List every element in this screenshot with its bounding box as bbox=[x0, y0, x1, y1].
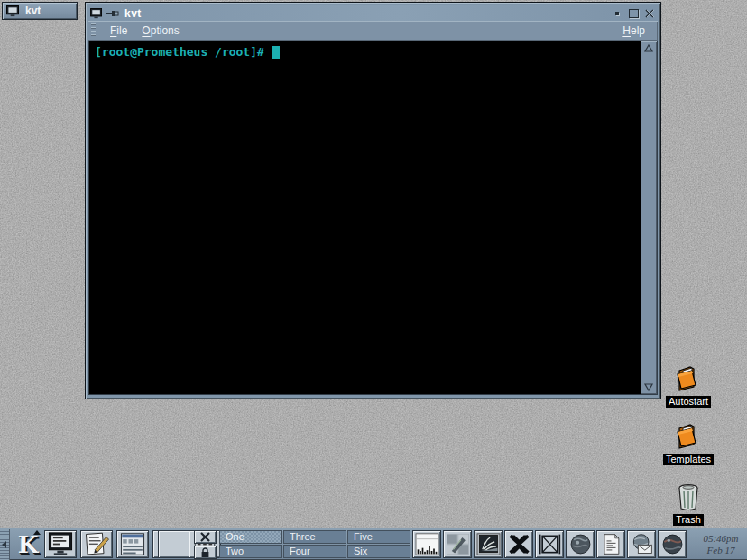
pushpin-icon bbox=[106, 9, 119, 18]
terminal-icon bbox=[47, 532, 74, 556]
kde-panel: K bbox=[0, 528, 747, 560]
desktop-icon-autostart[interactable]: Autostart bbox=[659, 363, 718, 408]
terminal-area: [root@Prometheus /root]# bbox=[88, 41, 658, 395]
terminal-scrollbar[interactable] bbox=[641, 41, 657, 394]
x11-icon bbox=[507, 533, 531, 555]
dark-globe-icon bbox=[568, 533, 593, 555]
launcher-terminal[interactable] bbox=[44, 530, 77, 558]
text-editor-icon bbox=[83, 532, 110, 556]
desktop-pager: One Two Three Four Five Six bbox=[219, 530, 411, 559]
image-viewer-icon bbox=[476, 533, 501, 555]
frame-icon bbox=[538, 533, 562, 555]
close-icon bbox=[645, 9, 654, 18]
terminal-cursor bbox=[272, 46, 280, 59]
menubar: File Options Help bbox=[88, 21, 658, 41]
pager-desktop-one[interactable]: One bbox=[219, 530, 282, 544]
pager-desktop-two[interactable]: Two bbox=[219, 545, 282, 558]
folder-icon bbox=[672, 363, 705, 394]
terminal-screen[interactable]: [root@Prometheus /root]# bbox=[89, 41, 641, 394]
launcher-mail-globe[interactable] bbox=[627, 530, 656, 558]
titlebar[interactable]: kvt bbox=[88, 5, 658, 21]
world-icon bbox=[660, 533, 685, 555]
taskbar-window-button[interactable]: kvt bbox=[2, 2, 78, 20]
clock-time: 05:46pm bbox=[703, 533, 738, 545]
logout-button[interactable] bbox=[194, 530, 217, 544]
launcher-frame-app[interactable] bbox=[535, 530, 564, 558]
menu-help[interactable]: Help bbox=[615, 24, 652, 37]
launcher-image-viewer[interactable] bbox=[474, 530, 503, 558]
desktop-icon-trash[interactable]: Trash bbox=[659, 482, 718, 526]
scroll-down-icon[interactable] bbox=[643, 381, 654, 392]
launcher-file-manager[interactable] bbox=[116, 530, 149, 558]
maximize-icon bbox=[629, 9, 639, 18]
hide-arrow-icon bbox=[2, 541, 7, 548]
panel-small-buttons bbox=[194, 530, 217, 559]
window-menu-button[interactable] bbox=[88, 6, 105, 20]
desktop-icon-templates[interactable]: Templates bbox=[659, 421, 718, 465]
launcher-tiles-app[interactable] bbox=[443, 530, 472, 558]
window-title: kvt bbox=[124, 7, 142, 20]
terminal-icon bbox=[90, 8, 103, 19]
lock-screen-button[interactable] bbox=[194, 546, 217, 559]
pager-desktop-four[interactable]: Four bbox=[283, 545, 346, 558]
panel-hide-button[interactable] bbox=[0, 529, 10, 560]
folder-icon bbox=[672, 421, 705, 452]
menu-up-arrow-icon bbox=[33, 530, 41, 535]
close-button[interactable] bbox=[641, 6, 658, 20]
document-icon bbox=[599, 533, 623, 555]
pager-desktop-three[interactable]: Three bbox=[283, 530, 346, 544]
menubar-drag-handle[interactable] bbox=[91, 23, 96, 38]
desktop-icon-label: Templates bbox=[663, 454, 714, 465]
minimize-button[interactable] bbox=[609, 6, 625, 20]
desktop-icon-label: Trash bbox=[673, 514, 704, 526]
terminal-icon bbox=[6, 5, 20, 17]
tiles-icon bbox=[446, 533, 470, 555]
launcher-dark-globe[interactable] bbox=[566, 530, 595, 558]
lock-icon bbox=[200, 547, 210, 558]
taskbar-button-label: kvt bbox=[25, 5, 41, 17]
sticky-pin-button[interactable] bbox=[105, 6, 121, 20]
k-logo-icon: K bbox=[18, 531, 39, 558]
scroll-up-icon[interactable] bbox=[643, 43, 654, 54]
launcher-document[interactable] bbox=[596, 530, 625, 558]
logout-x-icon bbox=[200, 532, 210, 542]
panel-clock[interactable]: 05:46pm Feb 17 bbox=[696, 530, 745, 559]
terminal-prompt: [root@Prometheus /root]# bbox=[95, 45, 264, 59]
pager-desktop-five[interactable]: Five bbox=[347, 530, 410, 544]
clock-date: Feb 17 bbox=[707, 545, 735, 556]
desktop: kvt kvt bbox=[0, 0, 747, 560]
launcher-world[interactable] bbox=[658, 530, 687, 558]
pager-desktop-six[interactable]: Six bbox=[347, 545, 410, 558]
desktop-icon-label: Autostart bbox=[666, 396, 711, 408]
launcher-text-editor[interactable] bbox=[80, 530, 113, 558]
menu-file[interactable]: File bbox=[103, 24, 134, 37]
mail-globe-icon bbox=[630, 533, 654, 555]
trash-icon bbox=[675, 482, 702, 512]
terminal-window: kvt File Options Help [root@Prometheus /… bbox=[85, 2, 661, 399]
maximize-button[interactable] bbox=[625, 6, 641, 20]
load-graph-icon bbox=[415, 533, 439, 555]
launcher-load-graph[interactable] bbox=[412, 530, 441, 558]
menu-options[interactable]: Options bbox=[134, 24, 186, 37]
minimize-icon bbox=[615, 12, 619, 15]
file-manager-icon bbox=[119, 532, 146, 556]
launcher-x11[interactable] bbox=[504, 530, 533, 558]
k-menu-button[interactable]: K bbox=[14, 530, 42, 559]
